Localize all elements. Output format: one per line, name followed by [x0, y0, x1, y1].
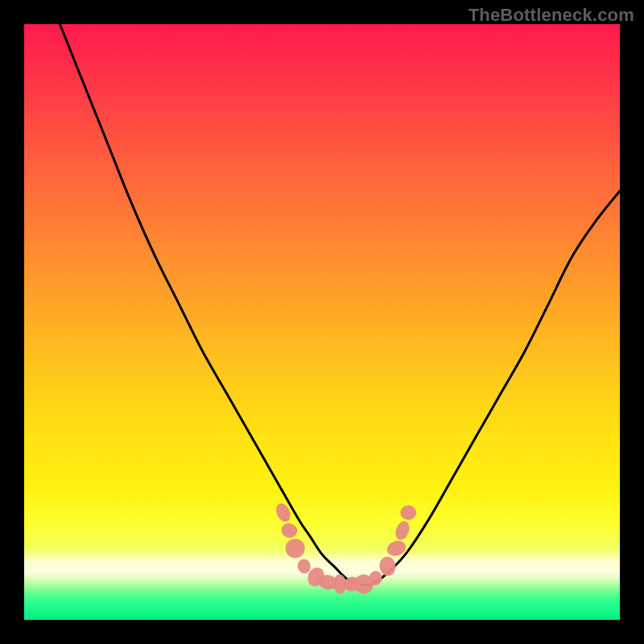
watermark-text: TheBottleneck.com [469, 5, 634, 26]
marker-point [399, 505, 417, 521]
chart-frame: TheBottleneck.com [0, 0, 644, 644]
plot-area [24, 24, 620, 620]
marker-point [393, 519, 411, 542]
marker-point [285, 539, 304, 558]
series-v-curve [60, 24, 620, 585]
marker-point [378, 556, 396, 577]
curve-layer [24, 24, 620, 620]
v-curve [60, 24, 620, 585]
marker-point [280, 522, 299, 539]
